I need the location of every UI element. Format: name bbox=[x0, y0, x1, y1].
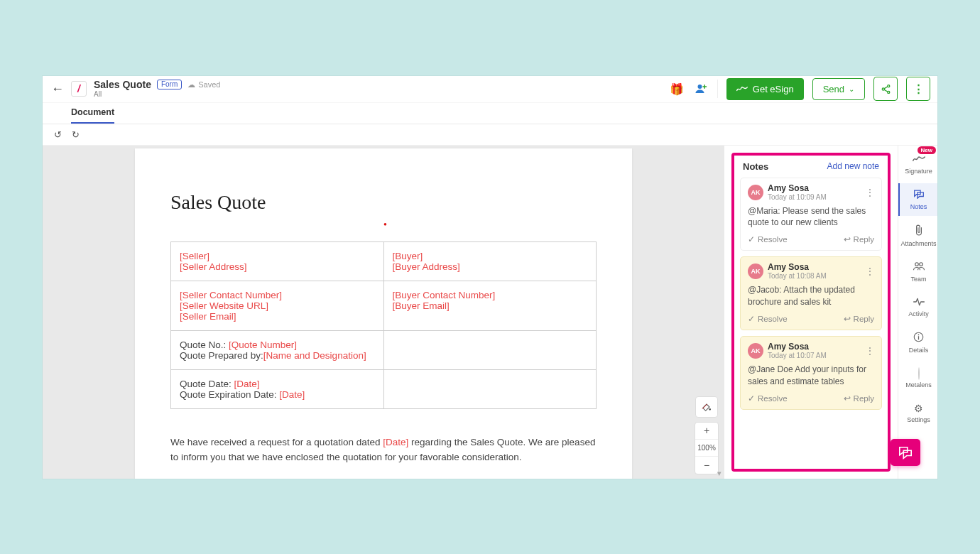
more-vertical-icon: ⋮ bbox=[913, 87, 924, 91]
rail-settings[interactable]: ⚙ Settings bbox=[898, 397, 937, 429]
note-card[interactable]: AK Amy Sosa Today at 10:07 AM ⋮ @Jane Do… bbox=[740, 336, 882, 410]
rail-signature[interactable]: New Signature bbox=[898, 148, 937, 180]
attachment-icon bbox=[914, 224, 924, 238]
rail-label: Signature bbox=[905, 168, 932, 175]
paint-bucket-button[interactable] bbox=[695, 396, 718, 418]
reply-icon: ↩ bbox=[844, 234, 851, 244]
note-body: @Maria: Please send the sales quote to o… bbox=[748, 205, 874, 229]
metalens-icon bbox=[918, 368, 920, 379]
reply-button[interactable]: ↩Reply bbox=[844, 234, 874, 244]
note-card[interactable]: AK Amy Sosa Today at 10:08 AM ⋮ @Jacob: … bbox=[740, 256, 882, 330]
resolve-button[interactable]: ✓Resolve bbox=[748, 234, 788, 244]
notes-title: Notes bbox=[743, 161, 768, 172]
zoom-level: 100% bbox=[695, 440, 718, 457]
field-marker-icon: ● bbox=[383, 221, 724, 227]
chat-fab[interactable] bbox=[891, 439, 920, 466]
subtabs-bar: Document bbox=[43, 103, 937, 124]
quote-number-cell[interactable]: Quote No.: [Quote Number] Quote Prepared… bbox=[171, 330, 384, 369]
reply-button[interactable]: ↩Reply bbox=[844, 393, 874, 403]
send-label: Send bbox=[823, 84, 844, 94]
seller-cell[interactable]: [Seller] [Seller Address] bbox=[171, 241, 384, 281]
prepared-by-ph: [Name and Designation] bbox=[263, 350, 366, 361]
note-body: @Jane Doe Add your inputs for sales and … bbox=[748, 364, 874, 388]
undo-button[interactable]: ↺ bbox=[54, 129, 62, 140]
note-timestamp: Today at 10:09 AM bbox=[768, 193, 827, 201]
rail-details[interactable]: Details bbox=[898, 326, 937, 359]
notes-frame: Notes Add new note AK Amy Sosa Today at … bbox=[731, 153, 891, 472]
rail-label: Settings bbox=[907, 416, 930, 423]
rail-label: Metalens bbox=[905, 381, 932, 389]
quote-exp-ph: [Date] bbox=[279, 389, 305, 400]
rail-team[interactable]: Team bbox=[898, 256, 937, 288]
form-badge: Form bbox=[157, 80, 182, 89]
body-pre: We have received a request for a quotati… bbox=[170, 437, 383, 447]
right-rail: New Signature Notes Attachments bbox=[898, 146, 937, 479]
reply-icon: ↩ bbox=[844, 393, 851, 403]
add-user-icon[interactable] bbox=[693, 81, 709, 97]
rail-attachments[interactable]: Attachments bbox=[898, 219, 937, 253]
note-author: Amy Sosa bbox=[768, 263, 827, 272]
rail-notes[interactable]: Notes bbox=[898, 183, 937, 216]
resolve-button[interactable]: ✓Resolve bbox=[748, 393, 788, 403]
avatar: AK bbox=[748, 343, 763, 359]
rail-label: Attachments bbox=[900, 240, 936, 247]
notes-icon bbox=[913, 189, 925, 201]
empty-cell[interactable] bbox=[383, 330, 597, 369]
get-esign-button[interactable]: Get eSign bbox=[726, 78, 804, 100]
seller-email-ph: [Seller Email] bbox=[180, 311, 236, 322]
header-actions: 🎁 Get eSign Send ⌄ ⋮ bbox=[669, 77, 930, 101]
gift-icon[interactable]: 🎁 bbox=[669, 81, 685, 97]
share-button[interactable] bbox=[873, 77, 898, 101]
gear-icon: ⚙ bbox=[914, 403, 923, 414]
page-heading: Sales Quote bbox=[170, 191, 597, 214]
zoom-stack: + 100% − bbox=[695, 422, 719, 474]
buyer-ph: [Buyer] bbox=[393, 251, 423, 261]
chevron-down-icon: ⌄ bbox=[849, 85, 854, 93]
reply-button[interactable]: ↩Reply bbox=[844, 314, 874, 324]
team-icon bbox=[913, 261, 925, 273]
title-block: Sales Quote Form ☁ Saved All bbox=[94, 80, 220, 98]
doc-logo-icon: / bbox=[71, 81, 87, 97]
note-more-icon[interactable]: ⋮ bbox=[866, 266, 874, 276]
buyer-cell[interactable]: [Buyer] [Buyer Address] bbox=[383, 241, 597, 281]
rail-metalens[interactable]: Metalens bbox=[898, 362, 937, 394]
table-row: [Seller] [Seller Address] [Buyer] [Buyer… bbox=[171, 241, 597, 281]
svg-line-5 bbox=[702, 404, 707, 409]
zoom-in-button[interactable]: + bbox=[695, 423, 718, 440]
more-menu-button[interactable]: ⋮ bbox=[906, 77, 930, 101]
quote-date-cell[interactable]: Quote Date: [Date] Quote Expiration Date… bbox=[171, 369, 384, 408]
mini-toolbar: ↺ ↻ bbox=[43, 124, 937, 146]
new-badge: New bbox=[918, 146, 936, 154]
back-arrow-icon[interactable]: ← bbox=[50, 81, 65, 97]
seller-address-ph: [Seller Address] bbox=[180, 261, 247, 272]
document-canvas[interactable]: Sales Quote ● [Seller] [Seller Address] … bbox=[43, 146, 724, 479]
redo-button[interactable]: ↻ bbox=[72, 129, 80, 140]
empty-cell[interactable] bbox=[383, 369, 597, 408]
quote-no-label: Quote No.: bbox=[180, 340, 229, 350]
svg-point-7 bbox=[919, 262, 922, 266]
note-body: @Jacob: Attach the updated brochure and … bbox=[748, 284, 874, 308]
buyer-contact-cell[interactable]: [Buyer Contact Number] [Buyer Email] bbox=[383, 281, 597, 330]
zoom-controls: + 100% − bbox=[695, 396, 719, 474]
divider bbox=[717, 80, 718, 98]
tab-document[interactable]: Document bbox=[71, 103, 114, 124]
body-paragraph[interactable]: We have received a request for a quotati… bbox=[170, 435, 597, 465]
table-row: Quote Date: [Date] Quote Expiration Date… bbox=[171, 369, 597, 408]
seller-contact-cell[interactable]: [Seller Contact Number] [Seller Website … bbox=[171, 281, 384, 330]
buyer-address-ph: [Buyer Address] bbox=[393, 261, 460, 272]
rail-label: Activity bbox=[908, 310, 929, 317]
add-new-note-link[interactable]: Add new note bbox=[827, 161, 879, 171]
scroll-corner-icon[interactable]: ▾ bbox=[714, 468, 724, 479]
send-button[interactable]: Send ⌄ bbox=[812, 78, 865, 100]
doc-subtitle: All bbox=[94, 90, 220, 98]
note-card[interactable]: AK Amy Sosa Today at 10:09 AM ⋮ @Maria: … bbox=[740, 178, 882, 251]
rail-activity[interactable]: Activity bbox=[898, 291, 937, 323]
saved-label: Saved bbox=[198, 80, 220, 89]
notes-panel: Notes Add new note AK Amy Sosa Today at … bbox=[724, 146, 898, 479]
quote-table: [Seller] [Seller Address] [Buyer] [Buyer… bbox=[170, 241, 597, 409]
note-more-icon[interactable]: ⋮ bbox=[866, 188, 874, 197]
table-row: Quote No.: [Quote Number] Quote Prepared… bbox=[171, 330, 597, 369]
signature-icon bbox=[736, 85, 748, 93]
note-more-icon[interactable]: ⋮ bbox=[866, 346, 874, 356]
resolve-button[interactable]: ✓Resolve bbox=[748, 314, 788, 324]
